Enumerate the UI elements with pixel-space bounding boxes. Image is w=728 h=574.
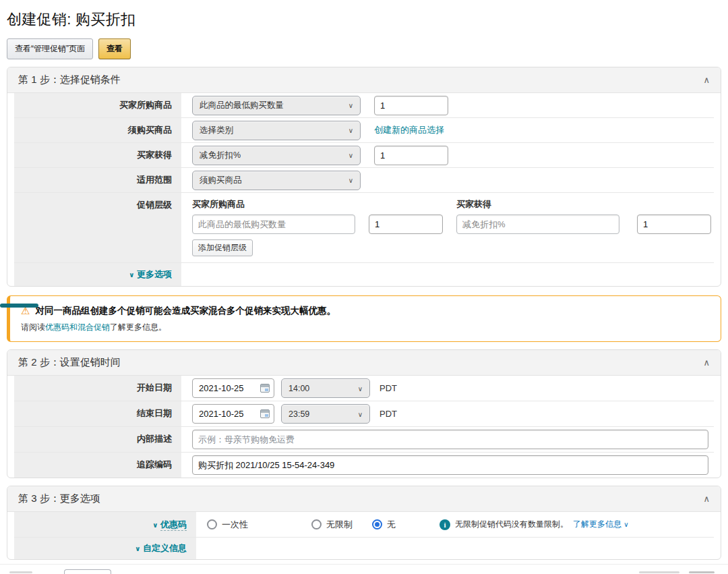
create-product-selection-link[interactable]: 创建新的商品选择 [374,124,444,136]
chevron-down-icon [135,543,140,553]
calendar-icon [260,409,270,418]
learn-more-link[interactable]: 了解更多信息 [573,519,629,530]
applies-to-dropdown[interactable]: 须购买商品 [192,171,361,190]
buyer-gets-percent-input[interactable] [374,146,448,165]
custom-message-link[interactable]: 自定义信息 [135,543,187,553]
chevron-down-icon [348,126,353,134]
end-date-input[interactable]: 2021-10-25 [192,404,274,424]
radio-icon [311,519,322,529]
review-button[interactable]: 查看 [98,38,131,59]
chevron-down-icon [348,151,353,159]
internal-description-row: 内部描述 [14,426,714,452]
step1-title: 第 1 步：选择促销条件 [18,74,121,86]
tier-condition-header: 买家所购商品 [192,198,355,210]
chevron-down-icon [358,384,363,393]
step1-body: 买家所购商品 此商品的最低购买数量 须购买商品 选择类别 创建新的商品 [7,93,721,286]
purchased-items-dropdown[interactable]: 选择类别 [192,121,361,140]
info-icon [439,519,450,530]
step2-body: 开始日期 2021-10-25 14:00 PDT 结束日期 [7,376,721,478]
end-timezone: PDT [380,409,397,419]
coupon-code-link[interactable]: 优惠码 [152,519,187,531]
buyer-purchases-row: 买家所购商品 此商品的最低购买数量 [14,93,714,117]
buyer-purchases-dropdown[interactable]: 此商品的最低购买数量 [192,96,361,115]
internal-description-input[interactable] [192,430,708,449]
step2-header[interactable]: 第 2 步：设置促销时间 [7,350,721,376]
applies-to-row: 适用范围 须购买商品 [14,167,714,192]
buyer-purchases-quantity-input[interactable] [374,96,448,115]
horizontal-scrollbar-thumb[interactable] [0,304,38,308]
step3-body: 优惠码 一次性 无限制 无 [7,512,721,559]
step2-section: 第 2 步：设置促销时间 开始日期 2021-10-25 14:00 PDT [7,349,721,478]
more-options-link[interactable]: 更多选项 [129,269,172,279]
promotion-tiers-label: 促销层级 [14,193,181,262]
coupon-code-row: 优惠码 一次性 无限制 无 [14,512,714,537]
add-tier-button[interactable]: 添加促销层级 [192,239,253,256]
coupon-none-radio[interactable]: 无 [372,519,439,531]
footer-divider [0,564,728,565]
tier-benefit-value-input[interactable] [637,214,711,234]
tier-benefit-header: 买家获得 [456,198,491,210]
promotion-tiers-row: 促销层级 买家所购商品 买家获得 添加促销层 [14,192,714,262]
promotion-create-page: 创建促销: 购买折扣 查看“管理促销”页面 查看 第 1 步：选择促销条件 买家… [0,0,728,574]
step1-header[interactable]: 第 1 步：选择促销条件 [7,67,721,93]
coupon-unlimited-radio[interactable]: 无限制 [311,519,372,531]
end-date-row: 结束日期 2021-10-25 23:59 PDT [14,401,714,426]
chevron-down-icon [358,410,363,418]
warning-body: 请阅读优惠码和混合促销了解更多信息。 [21,322,710,333]
start-date-input[interactable]: 2021-10-25 [192,378,274,398]
chevron-down-icon [152,519,158,529]
tracking-code-input[interactable] [192,455,708,475]
start-date-label: 开始日期 [14,376,181,401]
tracking-code-label: 追踪编码 [14,453,181,478]
step3-title: 第 3 步：更多选项 [18,492,100,505]
tier-benefit-input[interactable] [456,214,619,234]
step3-header[interactable]: 第 3 步：更多选项 [7,486,721,512]
footer-label-stub [9,571,32,573]
start-date-row: 开始日期 2021-10-25 14:00 PDT [14,376,714,401]
buyer-gets-dropdown[interactable]: 减免折扣% [192,146,361,165]
chevron-down-icon [348,176,353,184]
step2-title: 第 2 步：设置促销时间 [18,356,121,369]
chevron-down-icon [348,101,353,109]
radio-checked-icon [372,519,382,529]
coupon-one-time-radio[interactable]: 一次性 [207,519,311,531]
tracking-code-row: 追踪编码 [14,452,714,478]
footer-link-stub [639,571,679,573]
start-time-dropdown[interactable]: 14:00 [281,378,370,398]
more-options-row: 更多选项 [14,262,714,286]
tier-condition-value-input[interactable] [369,214,443,234]
chevron-down-icon [624,519,628,529]
top-toolbar: 查看“管理促销”页面 查看 [7,38,721,59]
purchased-items-label: 须购买商品 [14,118,181,142]
coupon-info: 无限制促销代码没有数量限制。 了解更多信息 [439,519,629,530]
chevron-up-icon[interactable] [703,494,710,503]
chevron-up-icon[interactable] [703,358,710,367]
buyer-gets-row: 买家获得 减免折扣% [14,142,714,167]
buyer-purchases-label: 买家所购商品 [14,93,181,117]
calendar-icon [260,384,270,393]
warning-title: 对同一商品组创建多个促销可能会造成买家混合多个促销来实现大幅优惠。 [35,305,336,317]
chevron-up-icon[interactable] [703,76,710,84]
coupon-stacking-link[interactable]: 优惠码和混合促销 [45,322,110,332]
chevron-down-icon [129,269,134,279]
applies-to-label: 适用范围 [14,168,181,192]
footer-link-stub [689,571,715,573]
end-date-label: 结束日期 [14,401,181,426]
buyer-gets-label: 买家获得 [14,143,181,167]
custom-message-row: 自定义信息 [14,537,714,559]
view-manage-promotions-button[interactable]: 查看“管理促销”页面 [7,38,93,59]
tier-condition-input[interactable] [192,214,355,234]
internal-description-label: 内部描述 [14,427,181,452]
end-time-dropdown[interactable]: 23:59 [281,404,370,424]
multiple-promotions-warning: 对同一商品组创建多个促销可能会造成买家混合多个促销来实现大幅优惠。 请阅读优惠码… [7,295,721,342]
purchased-items-row: 须购买商品 选择类别 创建新的商品选择 [14,117,714,142]
step3-section: 第 3 步：更多选项 优惠码 一次性 无限制 [7,486,721,560]
footer-language-select[interactable] [64,569,111,574]
page-title: 创建促销: 购买折扣 [7,9,721,30]
start-timezone: PDT [380,383,397,393]
radio-icon [207,519,217,529]
step1-section: 第 1 步：选择促销条件 买家所购商品 此商品的最低购买数量 须购买商品 [7,67,721,287]
